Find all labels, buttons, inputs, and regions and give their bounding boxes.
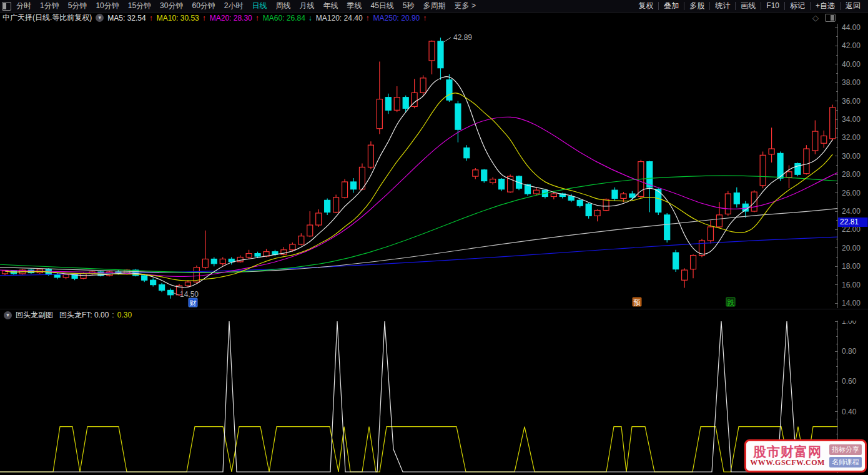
svg-text:0.40: 0.40 (842, 408, 857, 416)
svg-text:42.00: 42.00 (842, 41, 861, 50)
svg-text:38.00: 38.00 (842, 78, 861, 87)
svg-text:28.00: 28.00 (842, 170, 861, 179)
watermark: 股市财富网 WWW.GSCFW.COM 指标分享 名师课程 (744, 439, 867, 472)
trading-app-window: 分时1分钟5分钟10分钟15分钟30分钟60分钟2小时日线周线月线年线季线45日… (0, 0, 868, 475)
main-chart-canvas[interactable]: 14.0016.0018.0020.0022.0024.0026.0028.00… (0, 0, 868, 475)
svg-text:14.00: 14.00 (842, 299, 861, 308)
subchart-series-value: 0.30 (117, 311, 132, 319)
svg-text:40.00: 40.00 (842, 60, 861, 69)
event-badge-2: 跌 (727, 299, 735, 306)
watermark-badge-1: 指标分享 (829, 444, 862, 455)
svg-text:42.89: 42.89 (453, 33, 472, 42)
svg-text:24.00: 24.00 (842, 207, 861, 216)
svg-text:22.81: 22.81 (840, 218, 859, 226)
event-badge-1: 预 (634, 299, 641, 306)
svg-text:44.00: 44.00 (842, 23, 861, 32)
subchart-name: 回头龙副图 (16, 310, 53, 321)
svg-text:18.00: 18.00 (842, 262, 861, 271)
svg-text:30.00: 30.00 (842, 152, 861, 161)
subchart-header: ▾ 回头龙副图 回头龙FT: 0.00 : 0.30 (0, 309, 868, 321)
svg-text:0.60: 0.60 (842, 377, 857, 386)
watermark-left: 股市财富网 WWW.GSCFW.COM (749, 445, 826, 467)
svg-text:36.00: 36.00 (842, 97, 861, 106)
subchart-separator: : (112, 311, 114, 319)
svg-text:32.00: 32.00 (842, 133, 861, 142)
svg-text:14.50: 14.50 (180, 290, 199, 299)
watermark-badges: 指标分享 名师课程 (829, 444, 862, 468)
svg-text:0.80: 0.80 (842, 347, 857, 356)
svg-text:26.00: 26.00 (842, 189, 861, 198)
svg-text:34.00: 34.00 (842, 115, 861, 124)
svg-text:20.00: 20.00 (842, 244, 861, 252)
collapse-subchart-icon[interactable]: ▾ (4, 311, 12, 319)
watermark-site-name: 股市财富网 (753, 445, 822, 459)
svg-text:16.00: 16.00 (842, 281, 861, 289)
watermark-badge-2: 名师课程 (829, 457, 862, 468)
watermark-url: WWW.GSCFW.COM (750, 459, 825, 467)
subchart-series-label: 回头龙FT: 0.00 (59, 310, 109, 321)
event-badge-0: 财 (190, 299, 197, 307)
